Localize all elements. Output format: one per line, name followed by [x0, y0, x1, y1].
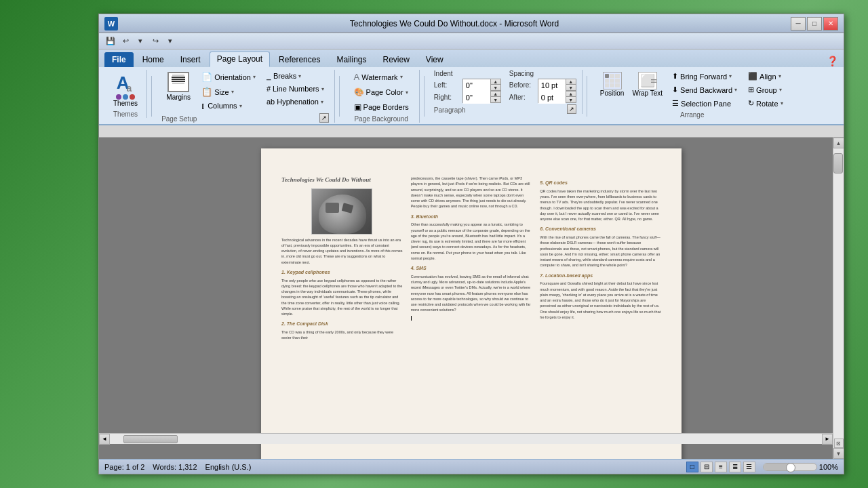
bring-forward-button[interactable]: ⬆ Bring Forward ▾ [667, 70, 742, 83]
spacing-before-down[interactable]: ▼ [566, 85, 576, 90]
outline-btn[interactable]: ≣ [729, 462, 741, 472]
indent-right-up[interactable]: ▲ [491, 92, 500, 97]
orientation-button[interactable]: 📄 Orientation ▾ [197, 70, 260, 84]
zoom-slider[interactable] [763, 463, 817, 471]
margins-button[interactable]: Margins [161, 70, 195, 103]
align-label: Align [760, 73, 776, 81]
tab-view[interactable]: View [418, 52, 451, 67]
position-button[interactable]: Position [597, 70, 628, 99]
spacing-before-up[interactable]: ▲ [566, 79, 576, 85]
watermark-button[interactable]: A Watermark ▾ [349, 70, 408, 84]
doc-image [311, 188, 372, 235]
page-setup-group-label: Page Setup [161, 115, 197, 123]
doc-title: Technologies We Could Do Without [281, 176, 403, 184]
align-button[interactable]: ⬛ Align ▾ [743, 70, 787, 83]
size-label: Size [214, 88, 229, 96]
rotate-label: Rotate [756, 100, 778, 108]
themes-button[interactable]: A a Themes [110, 70, 141, 109]
restore-button[interactable]: □ [807, 17, 822, 30]
full-screen-btn[interactable]: ⊟ [701, 462, 713, 472]
send-backward-button[interactable]: ⬇ Send Backward ▾ [667, 83, 742, 96]
hyphenation-icon: ab [267, 98, 275, 106]
spacing-after-down[interactable]: ▼ [566, 97, 576, 102]
paragraph-dialog-launcher[interactable]: ↗ [567, 104, 576, 114]
draft-btn[interactable]: ☰ [743, 462, 755, 472]
spacing-before-input[interactable]: 10 pt [538, 79, 566, 92]
position-label: Position [600, 89, 625, 97]
tab-review[interactable]: Review [375, 52, 416, 67]
spacing-after-spinners: ▲ ▼ [566, 92, 576, 102]
save-icon[interactable]: 💾 [104, 35, 117, 47]
indent-right-down[interactable]: ▼ [491, 97, 500, 102]
page-color-label: Page Color [366, 88, 403, 96]
spacing-after-label: After: [509, 94, 535, 101]
scroll-up-button[interactable]: ▲ [833, 138, 844, 148]
scroll-right-btn[interactable]: ► [822, 434, 833, 445]
divider-3 [424, 76, 425, 117]
breaks-button[interactable]: ⎯ Breaks ▾ [262, 70, 329, 82]
bring-forward-icon: ⬆ [672, 72, 678, 81]
indent-right-input[interactable]: 0" [463, 92, 490, 104]
scroll-down-button[interactable]: ▼ [833, 448, 844, 459]
indent-spacing-container: Indent Left: 0" ▲ ▼ [434, 70, 576, 103]
web-layout-btn[interactable]: ≡ [715, 462, 727, 472]
group-button[interactable]: ⊞ Group ▾ [743, 83, 787, 96]
title-bar: W Technologies We Could Do Without.docx … [99, 14, 844, 33]
undo-icon[interactable]: ↩ [119, 35, 132, 47]
zoom-thumb[interactable] [786, 463, 795, 472]
line-numbers-button[interactable]: # Line Numbers ▾ [262, 83, 329, 95]
hscroll-thumb[interactable] [123, 435, 178, 443]
indent-left-input[interactable]: 0" [463, 79, 490, 92]
watermark-dropdown-icon: ▾ [400, 74, 403, 80]
print-layout-btn[interactable]: □ [686, 462, 698, 472]
view-ruler-icon[interactable]: ⊠ [834, 439, 844, 448]
breaks-label: Breaks [273, 72, 296, 80]
spacing-after-up[interactable]: ▲ [566, 92, 576, 97]
page-borders-label: Page Borders [363, 103, 409, 111]
theme-color-2 [123, 94, 128, 100]
tab-insert[interactable]: Insert [173, 52, 208, 67]
minimize-button[interactable]: ─ [791, 17, 806, 30]
indent-left-down[interactable]: ▼ [491, 85, 500, 90]
tab-mailings[interactable]: Mailings [329, 52, 374, 67]
page-borders-button[interactable]: ▣ Page Borders [349, 100, 414, 114]
doc-section6-text: With the rise of smart phones came the f… [540, 235, 661, 268]
spacing-before-spinners: ▲ ▼ [566, 79, 576, 90]
size-dropdown-icon: ▾ [231, 89, 234, 95]
group-icon: ⊞ [748, 85, 754, 94]
page-color-button[interactable]: 🎨 Page Color ▾ [349, 85, 413, 99]
doc-section2-text: The CD was a thing of the early 2000s, a… [281, 329, 403, 341]
redo-icon[interactable]: ↪ [149, 35, 161, 47]
help-icon[interactable]: ❓ [826, 55, 838, 67]
hyphenation-button[interactable]: ab Hyphenation ▾ [262, 96, 329, 108]
spacing-after-input[interactable]: 0 pt [538, 92, 566, 104]
wrap-text-button[interactable]: ⬜ Wrap Text [629, 70, 666, 99]
indent-right-label: Right: [434, 94, 460, 101]
rotate-dropdown: ▾ [781, 100, 783, 106]
divider-2 [339, 76, 340, 117]
watermark-label: Watermark [361, 73, 397, 81]
spacing-label: Spacing [509, 70, 576, 77]
page-background-items: A Watermark ▾ 🎨 Page Color ▾ ▣ Page Bord… [349, 70, 414, 114]
scroll-thumb[interactable] [833, 153, 843, 174]
columns-button[interactable]: ⫿ Columns ▾ [197, 100, 260, 112]
close-button[interactable]: ✕ [823, 17, 838, 30]
doc-col-1: Technologies We Could Do Without Technol… [281, 176, 403, 447]
tab-page-layout[interactable]: Page Layout [210, 52, 270, 67]
indent-left-row: Left: 0" ▲ ▼ [434, 79, 501, 91]
page-setup-more-btns: ⎯ Breaks ▾ # Line Numbers ▾ ab [262, 70, 329, 108]
rotate-button[interactable]: ↻ Rotate ▾ [743, 97, 787, 110]
indent-left-up[interactable]: ▲ [491, 79, 500, 85]
page-setup-dialog-launcher[interactable]: ↗ [319, 113, 329, 123]
tab-file[interactable]: File [104, 52, 134, 67]
scroll-left-btn[interactable]: ◄ [99, 434, 110, 445]
selection-pane-button[interactable]: ☰ Selection Pane [667, 97, 742, 110]
doc-scroll-area[interactable]: Technologies We Could Do Without Technol… [99, 138, 844, 459]
size-button[interactable]: 📋 Size ▾ [197, 85, 260, 99]
tab-home[interactable]: Home [135, 52, 172, 67]
customize-qa-icon[interactable]: ▾ [164, 35, 176, 47]
watermark-icon: A [354, 72, 360, 82]
page-color-dropdown-icon: ▾ [406, 89, 408, 96]
tab-references[interactable]: References [271, 52, 328, 67]
undo-dropdown-icon[interactable]: ▾ [134, 35, 146, 47]
